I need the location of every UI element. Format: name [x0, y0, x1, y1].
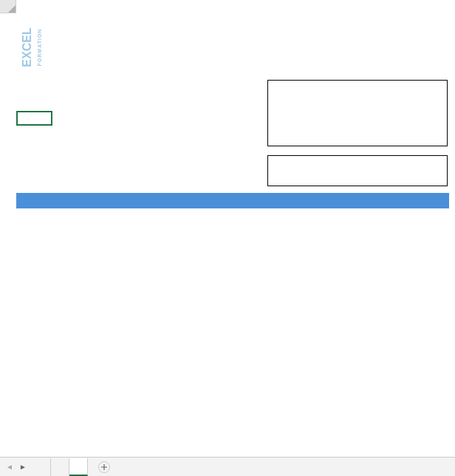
- client-box: [267, 80, 448, 146]
- tab-facture[interactable]: [32, 458, 51, 476]
- tab-facture-2[interactable]: [51, 458, 69, 476]
- worksheet-grid[interactable]: EXCEL FORMATION: [16, 13, 455, 442]
- svg-text:EXCEL: EXCEL: [21, 27, 33, 67]
- tab-nav-prev-icon: ◄: [6, 463, 13, 471]
- plus-icon: [100, 463, 109, 472]
- tab-facture-3[interactable]: [69, 458, 88, 476]
- select-all-corner[interactable]: [0, 0, 16, 13]
- table-header-row: [16, 193, 449, 208]
- tab-nav: ◄ ►: [0, 463, 32, 471]
- sheet-tabs-bar: ◄ ►: [0, 457, 455, 476]
- add-sheet-button[interactable]: [98, 461, 110, 473]
- svg-text:FORMATION: FORMATION: [37, 29, 42, 67]
- reference-box: [267, 155, 448, 186]
- active-cell[interactable]: [16, 111, 52, 126]
- company-logo: EXCEL FORMATION: [18, 15, 50, 81]
- tab-nav-next-icon[interactable]: ►: [19, 463, 27, 471]
